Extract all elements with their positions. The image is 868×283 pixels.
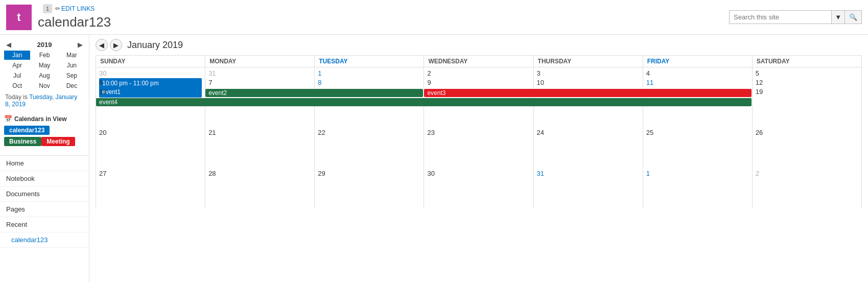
cal-cell-w4-d0[interactable]: 27 xyxy=(96,168,205,208)
day-num-w3-d5: 25 xyxy=(646,129,749,136)
cal-cell-w4-d4[interactable]: 31 xyxy=(534,168,643,208)
cal-week-4: 272829303112 xyxy=(96,168,862,208)
cal-cell-w3-d1[interactable]: 21 xyxy=(205,127,315,168)
edit-links-label[interactable]: EDIT LINKS xyxy=(61,5,95,12)
day-num-w4-d4: 31 xyxy=(537,170,640,177)
cal-body: 3010:00 pm - 11:00 pm event13112345event… xyxy=(96,67,862,208)
day-num-w4-d1: 28 xyxy=(208,170,311,177)
logo: t xyxy=(6,5,32,30)
nav-link-recent[interactable]: Recent xyxy=(0,217,89,232)
day-num-w0-d5: 4 xyxy=(646,69,749,77)
mini-cal-month-jul[interactable]: Jul xyxy=(4,71,30,80)
day-num-w4-d6: 2 xyxy=(756,170,858,177)
day-num-w0-d2: 1 xyxy=(318,69,420,77)
event-bar-w0-e2[interactable]: event3 xyxy=(424,89,751,97)
day-num-w3-d6: 26 xyxy=(756,129,858,136)
search-dropdown-btn[interactable]: ▼ xyxy=(831,11,844,23)
day-num-w1-d6: 12 xyxy=(756,79,858,86)
cal-header-tuesday: TUESDAY xyxy=(315,56,424,67)
event-bar-w0-e1[interactable]: event2 xyxy=(205,89,423,97)
mini-cal-month-jun[interactable]: Jun xyxy=(59,61,85,70)
mini-cal-next-btn[interactable]: ▶ xyxy=(76,41,85,49)
mini-cal-year: 2019 xyxy=(13,41,76,49)
day-num-w3-d3: 23 xyxy=(427,129,530,136)
nav-link-home[interactable]: Home xyxy=(0,156,89,171)
day-num-w4-d2: 29 xyxy=(318,170,420,177)
calendars-in-view: 📅 Calendars in View calendar123BusinessM… xyxy=(0,112,89,151)
mini-cal-month-may[interactable]: May xyxy=(31,61,57,70)
cal-cell-w4-d6[interactable]: 2 xyxy=(753,168,862,208)
cal-cell-w3-d5[interactable]: 25 xyxy=(643,127,753,168)
cal-cell-w3-d3[interactable]: 23 xyxy=(424,127,533,168)
mini-cal-month-feb[interactable]: Feb xyxy=(31,51,57,60)
cal-cell-w4-d3[interactable]: 30 xyxy=(424,168,533,208)
day-num-w1-d1: 7 xyxy=(208,79,311,86)
cal-tag-calendar123[interactable]: calendar123 xyxy=(4,126,50,135)
mini-cal-month-nov[interactable]: Nov xyxy=(31,81,57,90)
cal-cell-w2-d0[interactable]: 13 xyxy=(96,86,205,127)
cal-week-3: 20212223242526 xyxy=(96,127,862,168)
event-bar-w1-e0[interactable]: event4 xyxy=(96,98,752,106)
mini-cal-month-jan[interactable]: Jan xyxy=(4,51,30,60)
cal-header-wednesday: WEDNESDAY xyxy=(424,56,533,67)
day-num-w2-d6: 19 xyxy=(756,88,858,96)
cal-prev-btn[interactable]: ◀ xyxy=(96,39,108,51)
mini-cal-month-dec[interactable]: Dec xyxy=(59,81,85,90)
cal-cell-w4-d5[interactable]: 1 xyxy=(643,168,753,208)
mini-cal-month-apr[interactable]: Apr xyxy=(4,61,30,70)
cal-cell-w4-d1[interactable]: 28 xyxy=(205,168,315,208)
cal-header-friday: FRIDAY xyxy=(643,56,753,67)
cal-cell-w3-d4[interactable]: 24 xyxy=(534,127,643,168)
day-num-w4-d5: 1 xyxy=(646,170,749,177)
day-num-w3-d4: 24 xyxy=(537,129,640,136)
cal-header-thursday: THURSDAY xyxy=(534,56,643,67)
nav-link-calendar123[interactable]: calendar123 xyxy=(0,232,89,248)
day-num-w0-d3: 2 xyxy=(427,69,530,77)
pencil-icon: ✏ xyxy=(55,5,60,12)
cal-cell-w4-d2[interactable]: 29 xyxy=(315,168,424,208)
nav-links: HomeNotebookDocumentsPagesRecentcalendar… xyxy=(0,155,89,248)
mini-cal-month-mar[interactable]: Mar xyxy=(59,51,85,60)
calendars-in-view-title: 📅 Calendars in View xyxy=(4,115,85,123)
day-num-w0-d6: 5 xyxy=(756,69,858,77)
cal-tag-business[interactable]: Business xyxy=(4,137,41,146)
mini-cal-month-oct[interactable]: Oct xyxy=(4,81,30,90)
cal-cell-w3-d2[interactable]: 22 xyxy=(315,127,424,168)
cal-header-saturday: SATURDAY xyxy=(753,56,862,67)
mini-cal-month-sep[interactable]: Sep xyxy=(59,71,85,80)
nav-link-documents[interactable]: Documents xyxy=(0,186,89,202)
cal-days-row-3: 20212223242526 xyxy=(96,127,862,168)
day-num-w1-d4: 10 xyxy=(537,79,640,86)
calendar-grid: SUNDAYMONDAYTUESDAYWEDNESDAYTHURSDAYFRID… xyxy=(96,55,862,208)
day-num-w0-d1: 31 xyxy=(208,69,311,77)
day-num-w0-d4: 3 xyxy=(537,69,640,77)
cal-header-monday: MONDAY xyxy=(205,56,315,67)
day-num-w3-d0: 20 xyxy=(99,129,202,136)
day-num-w1-d2: 8 xyxy=(318,79,420,86)
search-submit-btn[interactable]: 🔍 xyxy=(844,11,861,23)
day-num-w1-d3: 9 xyxy=(427,79,530,86)
today-link[interactable]: Tuesday, January 8, 2019 xyxy=(5,93,77,108)
edit-links-area: 1 ✏ EDIT LINKS xyxy=(43,4,95,13)
cal-cell-w3-d6[interactable]: 26 xyxy=(753,127,862,168)
mini-cal-prev-btn[interactable]: ◀ xyxy=(4,41,13,49)
cal-cell-w2-d6[interactable]: 19 xyxy=(753,86,862,127)
cal-cell-w3-d0[interactable]: 20 xyxy=(96,127,205,168)
cal-next-btn[interactable]: ▶ xyxy=(110,39,122,51)
cal-header-row: SUNDAYMONDAYTUESDAYWEDNESDAYTHURSDAYFRID… xyxy=(96,56,862,67)
nav-link-pages[interactable]: Pages xyxy=(0,202,89,217)
day-num-w3-d1: 21 xyxy=(208,129,311,136)
mini-cal-today: Today is Tuesday, January 8, 2019 xyxy=(4,93,85,108)
day-num-w2-d0: 13 xyxy=(99,88,202,96)
day-num-w4-d3: 30 xyxy=(427,170,530,177)
mini-calendar: ◀ 2019 ▶ JanFebMarAprMayJunJulAugSepOctN… xyxy=(0,39,89,112)
search-input[interactable] xyxy=(730,11,831,23)
nav-link-notebook[interactable]: Notebook xyxy=(0,171,89,186)
header: t 1 ✏ EDIT LINKS calendar123 ▼ 🔍 xyxy=(0,0,868,35)
cal-header-sunday: SUNDAY xyxy=(96,56,205,67)
mini-cal-month-aug[interactable]: Aug xyxy=(31,71,57,80)
day-num-w1-d5: 11 xyxy=(646,79,749,86)
main-layout: ◀ 2019 ▶ JanFebMarAprMayJunJulAugSepOctN… xyxy=(0,35,868,282)
day-num-w1-d0: 6 xyxy=(99,79,202,86)
cal-tag-meeting[interactable]: Meeting xyxy=(41,137,75,146)
